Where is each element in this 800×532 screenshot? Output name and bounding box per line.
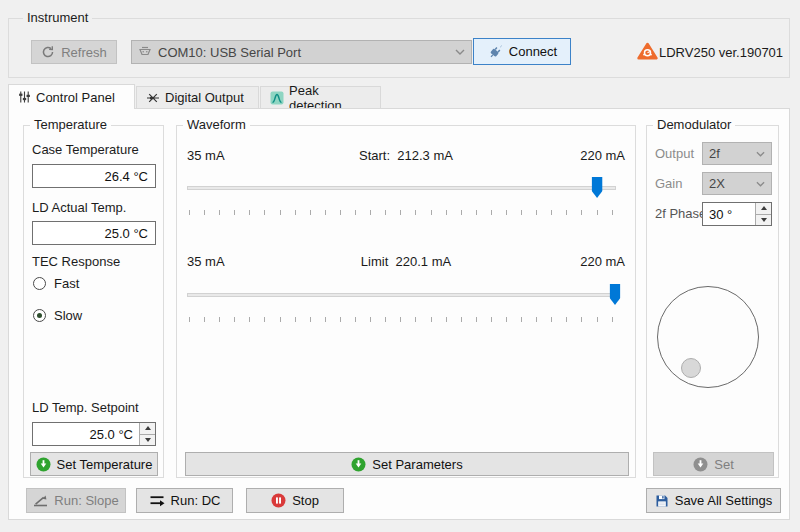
chevron-down-icon: [756, 151, 765, 157]
demodulator-group-title: Demodulator: [653, 117, 735, 132]
phase-knob[interactable]: [657, 286, 759, 388]
gain-label: Gain: [655, 176, 682, 191]
start-slider-value-label: Start: 212.3 mA: [177, 148, 635, 163]
set-temperature-label: Set Temperature: [57, 457, 153, 472]
spin-up-button[interactable]: [140, 423, 155, 435]
phase-value: 30 °: [703, 203, 754, 225]
waveform-group: Waveform 35 mA Start: 212.3 mA 220 mA 35…: [176, 125, 636, 478]
run-dc-label: Run: DC: [171, 493, 221, 508]
output-label: Output: [655, 146, 694, 161]
limit-slider-value-label: Limit 220.1 mA: [177, 254, 635, 269]
radio-button-fast[interactable]: [33, 277, 46, 290]
limit-slider-max-label: 220 mA: [580, 254, 625, 269]
connect-button[interactable]: Connect: [473, 38, 571, 65]
gain-value: 2X: [709, 176, 725, 191]
tec-slow-label: Slow: [54, 308, 82, 323]
pause-circle-icon: [271, 493, 286, 508]
knob-indicator-dot: [681, 358, 701, 378]
run-slope-button[interactable]: Run: Slope: [26, 488, 126, 513]
start-current-slider[interactable]: [187, 186, 616, 190]
tec-response-label: TEC Response: [32, 254, 120, 269]
demodulator-set-button[interactable]: Set: [653, 452, 774, 476]
radio-button-slow[interactable]: [33, 309, 46, 322]
case-temperature-value: 26.4 °C: [104, 169, 148, 184]
case-temperature-label: Case Temperature: [32, 142, 139, 157]
tab-peak-detection[interactable]: Peak detection: [260, 86, 381, 109]
refresh-icon: [41, 45, 55, 59]
start-slider-thumb[interactable]: [592, 177, 603, 198]
spin-up-button[interactable]: [756, 203, 771, 215]
download-circle-icon: [351, 457, 366, 472]
tab-control-panel-label: Control Panel: [36, 90, 115, 105]
tab-control-panel[interactable]: Control Panel: [8, 84, 135, 109]
ld-temp-setpoint-field[interactable]: 25.0 °C: [32, 422, 156, 446]
setpoint-spinner: [139, 423, 155, 445]
connect-button-label: Connect: [509, 44, 557, 59]
output-select[interactable]: 2f: [702, 142, 772, 165]
demodulator-set-label: Set: [714, 457, 734, 472]
stop-label: Stop: [292, 493, 319, 508]
brand-logo-icon: [637, 42, 658, 60]
case-temperature-field[interactable]: 26.4 °C: [32, 164, 156, 188]
ld-temp-setpoint-value: 25.0 °C: [33, 423, 138, 445]
instrument-group: Instrument Refresh COM10: USB Serial Por…: [8, 18, 790, 78]
floppy-save-icon: [655, 494, 669, 508]
app-window: Instrument Refresh COM10: USB Serial Por…: [0, 0, 800, 532]
stop-button[interactable]: Stop: [246, 488, 344, 513]
run-dc-button[interactable]: Run: DC: [136, 488, 233, 513]
chevron-down-icon: [455, 49, 465, 55]
temperature-group-title: Temperature: [30, 117, 111, 132]
control-panel-page: Temperature Case Temperature 26.4 °C LD …: [8, 108, 790, 520]
phase-spinner: [755, 203, 771, 225]
limit-slider-thumb[interactable]: [610, 284, 621, 305]
com-port-value: COM10: USB Serial Port: [158, 45, 301, 60]
com-port-select[interactable]: COM10: USB Serial Port: [131, 40, 472, 64]
phase-label: 2f Phase: [655, 206, 706, 221]
set-parameters-button[interactable]: Set Parameters: [185, 452, 629, 476]
start-slider-max-label: 220 mA: [580, 148, 625, 163]
limit-slider-ticks: [189, 317, 613, 322]
tab-digital-output[interactable]: Digital Output: [136, 86, 259, 109]
waveform-group-title: Waveform: [183, 117, 250, 132]
demodulator-group: Demodulator Output 2f Gain 2X 2f Phase 3…: [646, 125, 779, 478]
tec-fast-label: Fast: [54, 276, 79, 291]
dc-arrow-icon: [149, 495, 165, 507]
tec-fast-option[interactable]: Fast: [33, 276, 79, 291]
phase-field[interactable]: 30 °: [702, 202, 772, 226]
run-slope-label: Run: Slope: [54, 493, 118, 508]
firmware-version-label: LDRV250 ver.190701: [659, 45, 783, 60]
temperature-group: Temperature Case Temperature 26.4 °C LD …: [23, 125, 164, 478]
start-slider-ticks: [189, 210, 613, 215]
sliders-icon: [18, 90, 31, 104]
refresh-button-label: Refresh: [61, 45, 107, 60]
ld-temp-setpoint-label: LD Temp. Setpoint: [32, 400, 139, 415]
ld-actual-temp-value: 25.0 °C: [104, 226, 148, 241]
tab-digital-output-label: Digital Output: [165, 90, 244, 105]
digital-output-icon: [146, 91, 160, 105]
gain-select[interactable]: 2X: [702, 172, 772, 195]
refresh-button[interactable]: Refresh: [31, 40, 117, 64]
ld-actual-temp-field[interactable]: 25.0 °C: [32, 221, 156, 245]
chevron-down-icon: [756, 181, 765, 187]
peak-curve-icon: [270, 91, 284, 105]
output-value: 2f: [709, 146, 720, 161]
ld-actual-temp-label: LD Actual Temp.: [32, 200, 126, 215]
save-all-settings-button[interactable]: Save All Settings: [646, 488, 781, 513]
spin-down-button[interactable]: [756, 215, 771, 226]
set-temperature-button[interactable]: Set Temperature: [30, 452, 158, 476]
tec-slow-option[interactable]: Slow: [33, 308, 82, 323]
slope-ramp-icon: [33, 494, 48, 507]
spin-down-button[interactable]: [140, 435, 155, 446]
instrument-group-title: Instrument: [23, 10, 92, 25]
save-all-settings-label: Save All Settings: [675, 493, 773, 508]
limit-current-slider[interactable]: [187, 293, 616, 297]
set-parameters-label: Set Parameters: [372, 457, 462, 472]
connector-plug-icon: [487, 45, 503, 59]
download-circle-icon: [36, 457, 51, 472]
serial-port-icon: [138, 46, 152, 58]
download-circle-icon-disabled: [693, 457, 708, 472]
